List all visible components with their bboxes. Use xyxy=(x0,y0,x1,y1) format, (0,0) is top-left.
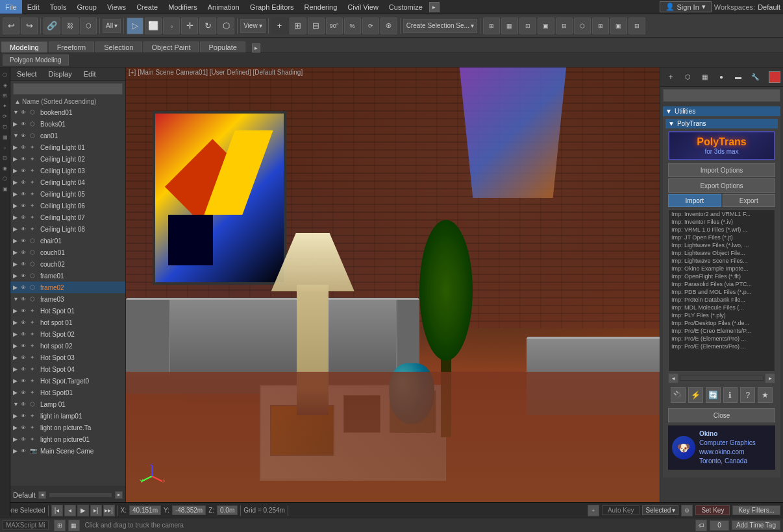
export-tab-button[interactable]: Export xyxy=(723,194,776,207)
menubar-expand-icon[interactable]: ▸ xyxy=(429,2,440,12)
scene-item[interactable]: ▶👁⬡frame02 xyxy=(10,282,125,293)
move-button[interactable]: ✛ xyxy=(181,18,198,34)
side-icon-4[interactable]: ✦ xyxy=(1,101,10,110)
visibility-icon[interactable]: 👁 xyxy=(21,168,29,174)
format-item[interactable]: Imp: Pro/Desktop Files (*.de... xyxy=(669,319,775,327)
side-icon-3[interactable]: ⊞ xyxy=(1,91,10,100)
icon-i[interactable]: ⊟ xyxy=(628,18,645,34)
visibility-icon[interactable]: 👁 xyxy=(21,203,29,209)
format-item[interactable]: Imp: Pro/E (Elements/Pro) ... xyxy=(669,343,775,350)
side-icon-9[interactable]: ⊟ xyxy=(1,153,10,162)
lasso-button[interactable]: ⬦ xyxy=(163,18,180,34)
percent-button[interactable]: % xyxy=(344,18,361,34)
scene-tab-select[interactable]: Select xyxy=(13,69,41,79)
visibility-icon[interactable]: 👁 xyxy=(21,156,29,162)
undo-button[interactable]: ↩ xyxy=(3,18,19,34)
format-scroll-right[interactable]: ▸ xyxy=(765,373,775,383)
visibility-icon[interactable]: 👁 xyxy=(21,367,29,372)
menu-civil-view[interactable]: Civil View xyxy=(342,0,383,14)
format-item[interactable]: Imp: Lightwave Scene Files... xyxy=(669,257,775,265)
side-icon-10[interactable]: ◉ xyxy=(1,163,10,173)
right-search-input[interactable] xyxy=(663,89,780,102)
rotate-button[interactable]: ↻ xyxy=(199,18,216,34)
visibility-icon[interactable]: 👁 xyxy=(21,425,29,431)
color-swatch[interactable] xyxy=(769,71,780,83)
rtb-plus-icon[interactable]: + xyxy=(663,69,678,85)
scene-tab-edit[interactable]: Edit xyxy=(80,69,100,79)
scale-button[interactable]: ⬡ xyxy=(218,18,234,34)
visibility-icon[interactable]: 👁 xyxy=(21,332,29,337)
menu-customize[interactable]: Customize xyxy=(384,0,428,14)
scene-item[interactable]: ▶👁✦Hot Spot 04 xyxy=(10,363,125,375)
format-item[interactable]: Imp: Lightwave Files (*.lwo, ... xyxy=(669,241,775,249)
scene-tab-display[interactable]: Display xyxy=(45,69,76,79)
visibility-icon[interactable]: 👁 xyxy=(21,110,29,115)
format-list[interactable]: Imp: Inventor2 and VRML1 F...Imp: Invent… xyxy=(668,210,775,372)
timetag-icon[interactable]: 🏷 xyxy=(695,520,707,531)
icon-d[interactable]: ▣ xyxy=(538,18,554,34)
left-scrollbar[interactable] xyxy=(49,492,112,498)
transport-end[interactable]: ▸▸| xyxy=(103,505,115,516)
format-item[interactable]: Imp: Lightwave Object File... xyxy=(669,249,775,257)
lightning-icon[interactable]: ⚡ xyxy=(688,387,703,403)
icon-f[interactable]: ⬡ xyxy=(574,18,591,34)
visibility-icon[interactable]: 👁 xyxy=(21,378,29,384)
rtb-minus-icon[interactable]: ▬ xyxy=(730,69,746,85)
scene-item[interactable]: ▶👁⬡chair01 xyxy=(10,235,125,247)
close-button[interactable]: Close xyxy=(668,408,775,422)
export-options-button[interactable]: Export Options xyxy=(668,178,775,193)
scene-item[interactable]: ▶👁⬡couch01 xyxy=(10,247,125,258)
side-icon-11[interactable]: ⬡ xyxy=(1,174,10,183)
visibility-icon[interactable]: 👁 xyxy=(21,402,29,407)
set-key-button[interactable]: Set Key xyxy=(695,505,730,515)
tab-selection[interactable]: Selection xyxy=(95,42,142,53)
scene-item[interactable]: ▶👁✦Ceiling Light 01 xyxy=(10,141,125,153)
scene-item[interactable]: ▶👁✦Ceiling Light 07 xyxy=(10,212,125,223)
visibility-icon[interactable]: 👁 xyxy=(21,437,29,442)
side-icon-12[interactable]: ▣ xyxy=(1,184,10,193)
scene-item[interactable]: ▶👁✦light on picture01 xyxy=(10,433,125,445)
magnet-button[interactable]: ⦿ xyxy=(380,18,397,34)
subtab-polygon-modeling[interactable]: Polygon Modeling xyxy=(3,54,69,66)
signin-button[interactable]: 👤 Sign In ▾ xyxy=(660,1,712,12)
menu-graph-editors[interactable]: Graph Editors xyxy=(245,0,299,14)
scene-item[interactable]: ▶👁✦Ceiling Light 02 xyxy=(10,153,125,165)
scene-item[interactable]: ▶👁✦Hot Spot 01 xyxy=(10,305,125,317)
visibility-icon[interactable]: 👁 xyxy=(21,390,29,396)
scene-item[interactable]: ▶👁✦Ceiling Light 04 xyxy=(10,176,125,188)
menu-views[interactable]: Views xyxy=(102,0,131,14)
polytrans-header[interactable]: ▼ PolyTrans xyxy=(665,119,778,128)
visibility-icon[interactable]: 👁 xyxy=(21,215,29,221)
auto-key-button[interactable]: Auto Key xyxy=(602,505,640,515)
rtb-circle-icon[interactable]: ● xyxy=(714,69,729,85)
visibility-icon[interactable]: 👁 xyxy=(21,191,29,197)
side-icon-6[interactable]: ⊡ xyxy=(1,122,10,131)
transport-start[interactable]: |◂ xyxy=(51,505,63,516)
scene-item[interactable]: ▶👁✦hot spot 02 xyxy=(10,340,125,352)
visibility-icon[interactable]: 👁 xyxy=(21,180,29,186)
select-region-button[interactable]: ⬜ xyxy=(145,18,162,34)
visibility-icon[interactable]: 👁 xyxy=(21,343,29,349)
side-icon-7[interactable]: ▦ xyxy=(1,132,10,141)
icon-h[interactable]: ▣ xyxy=(610,18,627,34)
rtb-select-icon[interactable]: ⬡ xyxy=(680,69,695,85)
visibility-icon[interactable]: 👁 xyxy=(21,448,29,454)
bind-button[interactable]: ⬡ xyxy=(80,18,97,34)
scene-item[interactable]: ▶👁✦light in lamp01 xyxy=(10,410,125,422)
scene-item[interactable]: ▶👁✦light on picture.Ta xyxy=(10,422,125,433)
menu-rendering[interactable]: Rendering xyxy=(299,0,343,14)
rtb-wrench-icon[interactable]: 🔧 xyxy=(747,69,763,85)
tab-more-icon[interactable]: ▸ xyxy=(247,43,266,53)
scroll-left-btn[interactable]: ◂ xyxy=(38,491,46,499)
refresh-icon[interactable]: 🔄 xyxy=(706,387,721,403)
redo-button[interactable]: ↪ xyxy=(21,18,38,34)
format-item[interactable]: Imp: JT Open Files (*.jt) xyxy=(669,234,775,241)
visibility-icon[interactable]: 👁 xyxy=(21,355,29,361)
script-label[interactable]: MAXScript Mi xyxy=(3,520,49,530)
icon-g[interactable]: ⊞ xyxy=(592,18,609,34)
scene-item[interactable]: ▶👁✦Hot Spot 03 xyxy=(10,352,125,363)
icon-b[interactable]: ▦ xyxy=(501,18,518,34)
scene-item[interactable]: ▶👁✦Hot Spot.Target0 xyxy=(10,375,125,387)
format-item[interactable]: Imp: Protein Databank File... xyxy=(669,296,775,304)
scene-item[interactable]: ▶👁⬡couch02 xyxy=(10,258,125,270)
